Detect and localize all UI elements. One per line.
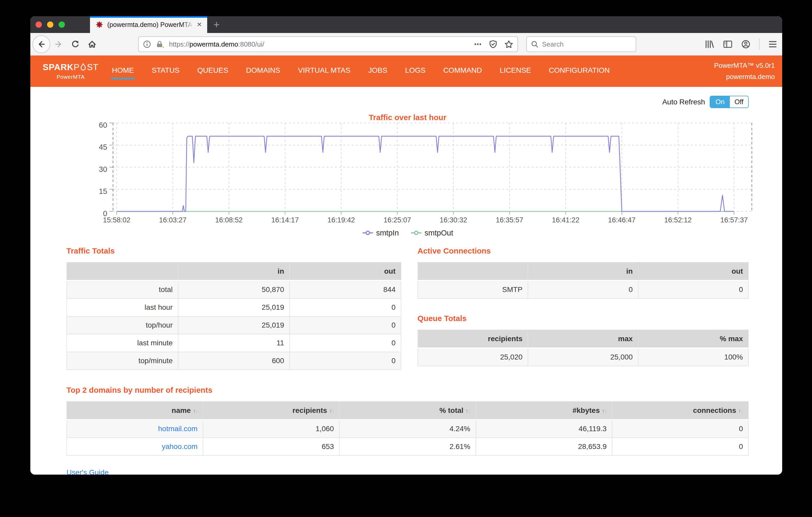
svg-text:16:19:42: 16:19:42 [327,216,355,224]
toggle-off[interactable]: Off [730,96,748,108]
cell: 0 [290,352,401,370]
cell: yahoo.com [67,438,203,456]
section-title-traffic-totals: Traffic Totals [66,247,401,257]
account-icon[interactable] [742,40,750,49]
column-header [67,262,178,281]
column-header: max [528,330,638,348]
close-tab-icon[interactable]: ✕ [196,21,203,28]
column-header [418,262,528,281]
cell: SMTP [418,281,528,298]
new-tab-button[interactable]: + [207,16,226,33]
nav-item-logs[interactable]: LOGS [404,63,427,79]
shield-icon[interactable] [489,40,497,49]
cell: 0 [290,298,401,316]
svg-text:16:41:22: 16:41:22 [552,216,579,224]
cell: last minute [67,334,178,352]
menu-hamburger-icon[interactable] [768,40,777,48]
forward-button[interactable] [50,36,67,53]
section-title-queue-totals: Queue Totals [417,314,749,324]
cell: 4.24% [339,420,475,438]
table-row: top/hour25,0190 [67,316,401,334]
search-icon [531,40,539,48]
auto-refresh-toggle[interactable]: On Off [710,96,749,108]
browser-tab[interactable]: (powermta.demo) PowerMTA W ✕ [90,16,207,33]
svg-text:30: 30 [99,165,107,173]
svg-text:45: 45 [99,143,107,151]
column-header[interactable]: % total↑↓ [339,402,475,420]
cell: 11 [178,334,290,352]
browser-toolbar: https://powermta.demo:8080/ui/ ••• Searc… [30,33,782,55]
product-version: PowerMTA™ v5.0r1 [714,60,775,71]
url-text[interactable]: https://powermta.demo:8080/ui/ [169,40,474,49]
chart-title: Traffic over last hour [66,113,749,122]
table-row: hotmail.com1,0604.24%46,119.30 [67,420,748,438]
svg-text:16:52:12: 16:52:12 [664,216,692,224]
svg-text:16:25:07: 16:25:07 [383,216,411,224]
nav-right-info: PowerMTA™ v5.0r1 powermta.demo [714,60,777,82]
column-header[interactable]: recipients↑↓ [203,402,339,420]
legend-item-smtpOut: smtpOut [410,229,453,237]
browser-window: (powermta.demo) PowerMTA W ✕ + [30,16,782,475]
url-bar[interactable]: https://powermta.demo:8080/ui/ ••• [138,36,518,52]
sort-arrows-icon[interactable]: ↑↓ [738,408,743,414]
column-header[interactable]: connections↑↓ [612,402,748,420]
sort-arrows-icon[interactable]: ↑↓ [602,408,607,414]
nav-item-jobs[interactable]: JOBS [367,63,388,79]
nav-item-virtual-mtas[interactable]: VIRTUAL MTAS [297,63,351,79]
column-header[interactable]: name↑↓ [67,402,203,420]
nav-item-configuration[interactable]: CONFIGURATION [548,63,611,79]
close-window-button[interactable] [36,22,42,28]
nav-item-command[interactable]: COMMAND [442,63,483,79]
svg-text:16:46:47: 16:46:47 [608,216,635,224]
app-navbar: SPARKPST PowerMTA HOMESTATUSQUEUESDOMAIN… [30,55,782,87]
minimize-window-button[interactable] [47,22,53,28]
screenshot-root: (powermta.demo) PowerMTA W ✕ + [0,0,812,517]
home-icon [88,40,96,49]
domain-link[interactable]: hotmail.com [158,425,198,433]
search-input[interactable]: Search [526,36,636,52]
reload-icon [71,40,80,49]
sort-arrows-icon[interactable]: ↑↓ [329,408,334,414]
cell: top/minute [67,352,178,370]
svg-text:15:58:02: 15:58:02 [103,216,130,224]
cell: 0 [612,420,748,438]
toggle-on[interactable]: On [710,96,730,108]
reload-button[interactable] [67,36,84,53]
page-actions-icon[interactable]: ••• [474,41,482,48]
active-connections-table: inoutSMTP00 [417,262,749,299]
nav-item-license[interactable]: LICENSE [499,63,532,79]
insecure-lock-icon[interactable] [155,40,165,49]
library-icon[interactable] [705,40,714,49]
column-header: % max [638,330,748,348]
nav-item-status[interactable]: STATUS [151,63,180,79]
nav-item-home[interactable]: HOME [111,63,135,79]
domain-link[interactable]: yahoo.com [162,442,198,451]
users-guide-link[interactable]: User's Guide [66,468,109,475]
cell: 1,060 [203,420,339,438]
back-button[interactable] [32,35,50,53]
cell: 0 [638,281,748,298]
flame-icon [80,63,86,71]
table-row: SMTP00 [418,281,748,298]
table-row: last hour25,0190 [67,298,401,316]
column-header[interactable]: #kbytes↑↓ [476,402,612,420]
sidebars-icon[interactable] [723,40,732,49]
table-row: 25,02025,000100% [418,348,748,366]
nav-item-queues[interactable]: QUEUES [196,63,229,79]
page-info-icon[interactable] [143,40,151,49]
home-button[interactable] [84,36,100,53]
nav-item-domains[interactable]: DOMAINS [245,63,282,79]
tab-title: (powermta.demo) PowerMTA W [107,21,194,29]
column-header: out [638,262,748,281]
sort-arrows-icon[interactable]: ↑↓ [193,408,198,414]
cell: total [67,281,178,298]
top-domains-table: name↑↓recipients↑↓% total↑↓#kbytes↑↓conn… [66,401,749,456]
svg-text:16:30:32: 16:30:32 [440,216,467,224]
svg-text:16:08:52: 16:08:52 [215,216,243,224]
window-controls [30,16,72,33]
column-header: out [290,262,401,281]
sort-arrows-icon[interactable]: ↑↓ [466,408,470,414]
search-placeholder: Search [542,40,563,49]
zoom-window-button[interactable] [59,22,65,28]
bookmark-star-icon[interactable] [504,40,513,49]
